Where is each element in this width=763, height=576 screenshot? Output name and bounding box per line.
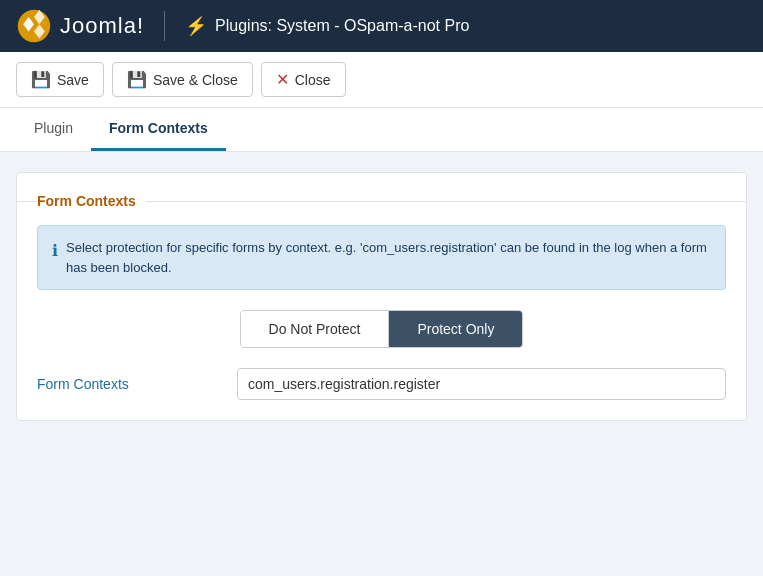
toggle-row: Do Not Protect Protect Only [37, 310, 726, 348]
main-content: Form Contexts ℹ Select protection for sp… [0, 152, 763, 441]
header: Joomla! ⚡ Plugins: System - OSpam-a-not … [0, 0, 763, 52]
tab-plugin[interactable]: Plugin [16, 108, 91, 151]
save-close-button[interactable]: 💾 Save & Close [112, 62, 253, 97]
svg-point-0 [18, 10, 50, 42]
close-label: Close [295, 72, 331, 88]
toolbar: 💾 Save 💾 Save & Close ✕ Close [0, 52, 763, 108]
form-contexts-field-row: Form Contexts [37, 368, 726, 400]
save-close-icon: 💾 [127, 70, 147, 89]
info-box: ℹ Select protection for specific forms b… [37, 225, 726, 290]
header-divider [164, 11, 165, 41]
protect-only-button[interactable]: Protect Only [389, 311, 522, 347]
save-label: Save [57, 72, 89, 88]
plugin-icon: ⚡ [185, 15, 207, 37]
close-icon: ✕ [276, 70, 289, 89]
joomla-logo-icon [16, 8, 52, 44]
form-contexts-label: Form Contexts [37, 368, 217, 392]
save-button[interactable]: 💾 Save [16, 62, 104, 97]
save-icon: 💾 [31, 70, 51, 89]
toggle-group: Do Not Protect Protect Only [240, 310, 524, 348]
tab-form-contexts[interactable]: Form Contexts [91, 108, 226, 151]
header-title-text: Plugins: System - OSpam-a-not Pro [215, 17, 469, 35]
do-not-protect-button[interactable]: Do Not Protect [241, 311, 389, 347]
header-title: ⚡ Plugins: System - OSpam-a-not Pro [185, 15, 469, 37]
info-text: Select protection for specific forms by … [66, 238, 711, 277]
tabs: Plugin Form Contexts [0, 108, 763, 152]
info-icon: ℹ [52, 239, 58, 277]
section-title: Form Contexts [37, 193, 726, 209]
save-close-label: Save & Close [153, 72, 238, 88]
close-button[interactable]: ✕ Close [261, 62, 346, 97]
logo-text: Joomla! [60, 13, 144, 39]
form-contexts-input[interactable] [237, 368, 726, 400]
form-contexts-section: Form Contexts ℹ Select protection for sp… [16, 172, 747, 421]
logo: Joomla! [16, 8, 144, 44]
